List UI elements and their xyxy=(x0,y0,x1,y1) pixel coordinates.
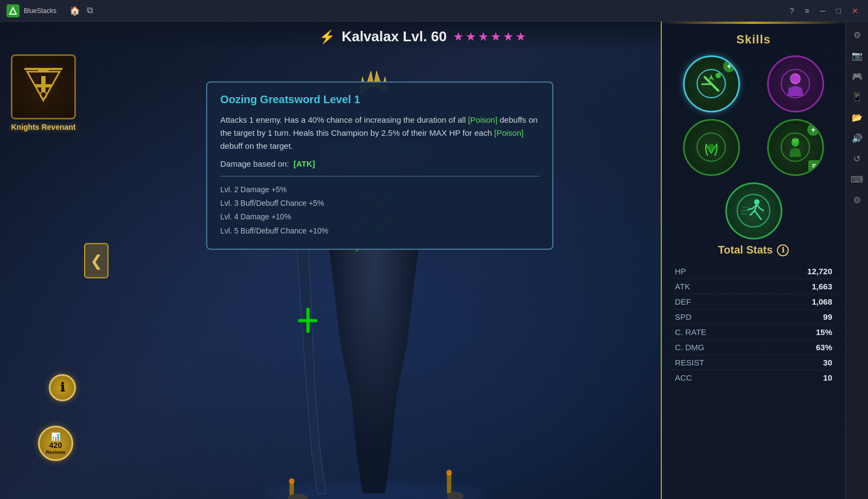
star-6: ★ xyxy=(515,30,526,44)
svg-rect-9 xyxy=(307,308,310,333)
sidebar-tool-8[interactable]: ⌨ xyxy=(848,170,866,188)
menu-button[interactable]: ≡ xyxy=(801,4,812,17)
level-bonus-3: Lvl. 4 Damage +10% xyxy=(220,210,539,224)
stat-name-def: DEF xyxy=(675,297,691,306)
level-bonus-1: Lvl. 2 Damage +5% xyxy=(220,183,539,197)
champion-name: Kalvalax Lvl. 60 xyxy=(342,28,447,45)
stat-row-atk: ATK 1,663 xyxy=(671,279,837,294)
bluestacks-logo xyxy=(7,4,20,17)
skill-tooltip: Oozing Greatsword Level 1 Attacks 1 enem… xyxy=(206,81,553,250)
stat-value-atk: 1,663 xyxy=(812,282,832,291)
svg-point-26 xyxy=(708,144,714,150)
app-name: BlueStacks xyxy=(24,7,56,15)
window-controls: ? ≡ ─ □ ✕ xyxy=(787,4,861,17)
sidebar-tool-5[interactable]: 📂 xyxy=(848,109,866,126)
stat-value-hp: 12,720 xyxy=(807,267,832,276)
sidebar-tool-7[interactable]: ↺ xyxy=(848,150,866,167)
skill-icon-1[interactable]: + xyxy=(683,55,740,112)
faction-emblem xyxy=(11,54,76,119)
stat-name-crate: C. RATE xyxy=(675,327,706,337)
skill-5-row xyxy=(662,182,845,244)
damage-based-label: Damage based on: xyxy=(220,159,289,168)
skills-header: Skills xyxy=(662,24,845,51)
stat-row-resist: RESIST 30 xyxy=(671,355,837,370)
nav-icons: 🏠 ⧉ xyxy=(69,5,93,16)
bluestacks-sidebar: ⚙ 📷 🎮 📱 📂 🔊 ↺ ⌨ ⚙ xyxy=(845,22,868,499)
poison-tag-2: [Poison] xyxy=(494,128,524,137)
svg-point-27 xyxy=(781,133,809,161)
sidebar-tool-2[interactable]: 📷 xyxy=(848,47,866,64)
stats-table: HP 12,720 ATK 1,663 DEF 1,068 SPD 99 xyxy=(671,264,837,385)
champion-stars: ★ ★ ★ ★ ★ ★ xyxy=(453,30,526,44)
stat-name-hp: HP xyxy=(675,267,686,276)
multi-icon[interactable]: ⧉ xyxy=(87,5,93,16)
level-bonus-4: Lvl. 5 Buff/Debuff Chance +10% xyxy=(220,224,539,238)
sidebar-tool-9[interactable]: ⚙ xyxy=(848,191,866,209)
svg-point-20 xyxy=(716,73,721,78)
total-stats-text: Total Stats xyxy=(718,244,773,256)
faction-panel: Knights Revenant xyxy=(11,54,76,131)
reviews-icon: 📊 xyxy=(51,432,60,441)
svg-marker-21 xyxy=(709,74,714,81)
stat-value-spd: 99 xyxy=(823,312,832,321)
svg-marker-0 xyxy=(10,8,16,14)
star-1: ★ xyxy=(453,30,464,44)
stat-name-cdmg: C. DMG xyxy=(675,343,704,352)
minimize-button[interactable]: ─ xyxy=(817,4,829,17)
star-4: ★ xyxy=(490,30,501,44)
skills-grid: + xyxy=(662,51,845,182)
stat-value-def: 1,068 xyxy=(812,297,832,306)
window: BlueStacks 🏠 ⧉ ? ≡ ─ □ ✕ ⚙ 📷 🎮 📱 📂 🔊 ↺ ⌨… xyxy=(0,0,868,499)
title-bar: BlueStacks 🏠 ⧉ ? ≡ ─ □ ✕ xyxy=(0,0,868,22)
svg-point-14 xyxy=(446,470,452,475)
tooltip-divider xyxy=(220,176,539,176)
help-button[interactable]: ? xyxy=(787,4,797,17)
info-button[interactable]: ℹ xyxy=(49,374,76,401)
stat-row-acc: ACC 10 xyxy=(671,370,837,385)
stat-row-spd: SPD 99 xyxy=(671,309,837,325)
svg-rect-2 xyxy=(24,68,62,70)
damage-based-row: Damage based on: [ATK] xyxy=(220,159,539,168)
stat-row-cdmg: C. DMG 63% xyxy=(671,340,837,355)
home-icon[interactable]: 🏠 xyxy=(69,5,80,16)
stat-name-acc: ACC xyxy=(675,373,692,382)
total-stats-label: Total Stats ℹ xyxy=(671,244,837,256)
stat-value-cdmg: 63% xyxy=(816,343,832,352)
stat-value-acc: 10 xyxy=(823,373,832,382)
svg-point-12 xyxy=(289,478,295,484)
close-button[interactable]: ✕ xyxy=(848,4,861,17)
skill-icon-3[interactable] xyxy=(683,119,740,176)
skill-icon-5[interactable] xyxy=(725,182,782,239)
svg-rect-5 xyxy=(35,84,52,87)
sidebar-tool-3[interactable]: 🎮 xyxy=(848,67,866,85)
skill-icon-4[interactable]: P + xyxy=(767,119,824,176)
poison-tag-1: [Poison] xyxy=(468,115,497,124)
tooltip-description: Attacks 1 enemy. Has a 40% chance of inc… xyxy=(220,113,539,153)
skill-icon-2[interactable] xyxy=(767,55,824,112)
right-panel: Skills + xyxy=(661,22,845,499)
left-arrow-icon: ❮ xyxy=(90,251,103,269)
star-2: ★ xyxy=(465,30,476,44)
lightning-icon: ⚡ xyxy=(319,29,335,45)
stat-row-def: DEF 1,068 xyxy=(671,294,837,309)
total-stats-section: Total Stats ℹ HP 12,720 ATK 1,663 DEF 1,… xyxy=(662,244,845,385)
stat-value-resist: 30 xyxy=(823,358,832,367)
damage-based-value: [ATK] xyxy=(293,159,315,168)
reviews-badge[interactable]: 📊 420 Reviews xyxy=(38,426,73,461)
stat-row-crate: C. RATE 15% xyxy=(671,325,837,340)
reviews-count: 420 xyxy=(49,441,62,450)
stat-value-crate: 15% xyxy=(816,327,832,337)
level-bonus-2: Lvl. 3 Buff/Debuff Chance +5% xyxy=(220,197,539,210)
game-area: ⚡ Kalvalax Lvl. 60 ★ ★ ★ ★ ★ ★ xyxy=(0,22,845,499)
skill-4-plus: + xyxy=(807,124,819,136)
star-5: ★ xyxy=(503,30,514,44)
sidebar-tool-4[interactable]: 📱 xyxy=(848,88,866,105)
maximize-button[interactable]: □ xyxy=(833,4,844,17)
total-stats-info-button[interactable]: ℹ xyxy=(777,244,789,256)
sidebar-tool-6[interactable]: 🔊 xyxy=(848,129,866,147)
champion-title: ⚡ Kalvalax Lvl. 60 ★ ★ ★ ★ ★ ★ xyxy=(319,28,527,45)
skill-1-plus: + xyxy=(723,60,735,72)
nav-arrow-left[interactable]: ❮ xyxy=(84,243,108,278)
sidebar-tool-1[interactable]: ⚙ xyxy=(848,26,866,43)
tooltip-title: Oozing Greatsword Level 1 xyxy=(220,93,539,106)
